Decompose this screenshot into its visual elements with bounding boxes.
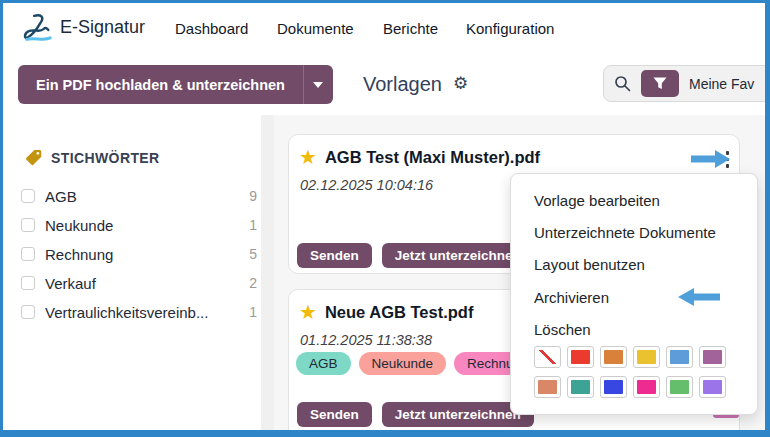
sidebar-item-label: Rechnung: [45, 246, 243, 263]
color-swatch-row-2: [534, 376, 726, 398]
swatch-salmon[interactable]: [534, 376, 561, 398]
template-title[interactable]: AGB Test (Maxi Muster).pdf: [325, 148, 540, 167]
color-swatch-row-1: [534, 346, 726, 368]
top-navbar: E-Signatur Dashboard Dokumente Berichte …: [3, 3, 765, 55]
favorite-star-icon[interactable]: ★: [299, 147, 317, 167]
template-date: 01.12.2025 11:38:38: [300, 332, 432, 348]
filter-facet-chip[interactable]: [641, 70, 679, 97]
menu-item-unterzeichnete-dokumente[interactable]: Unterzeichnete Dokumente: [534, 224, 716, 241]
app-title: E-Signatur: [60, 17, 145, 38]
annotation-arrow-right-icon: [691, 150, 731, 168]
swatch-yellow[interactable]: [633, 346, 660, 368]
sidebar-item-rechnung[interactable]: Rechnung 5: [21, 243, 257, 265]
swatch-violet[interactable]: [699, 376, 726, 398]
swatch-blue[interactable]: [666, 346, 693, 368]
swatch-red[interactable]: [567, 346, 594, 368]
upload-sign-split-button: Ein PDF hochladen & unterzeichnen: [18, 65, 333, 104]
upload-sign-button[interactable]: Ein PDF hochladen & unterzeichnen: [18, 65, 303, 104]
gear-icon[interactable]: ⚙: [453, 73, 468, 94]
sidebar-item-label: Verkauf: [45, 275, 243, 292]
menu-item-vorlage-bearbeiten[interactable]: Vorlage bearbeiten: [534, 192, 660, 209]
app-window: E-Signatur Dashboard Dokumente Berichte …: [0, 0, 770, 437]
swatch-green[interactable]: [666, 376, 693, 398]
sidebar-item-verkauf[interactable]: Verkauf 2: [21, 272, 257, 294]
signature-logo-icon: [20, 13, 54, 45]
sidebar-item-label: Vertraulichkeitsvereinb...: [45, 304, 243, 321]
nav-item-konfiguration[interactable]: Konfiguration: [466, 20, 554, 37]
template-date: 02.12.2025 10:04:16: [300, 177, 433, 193]
sidebar-heading-label: STICHWÖRTER: [51, 150, 160, 166]
swatch-teal[interactable]: [567, 376, 594, 398]
menu-item-layout-benutzen[interactable]: Layout benutzen: [534, 256, 645, 273]
sidebar-item-label: Neukunde: [45, 217, 243, 234]
sidebar-heading: STICHWÖRTER: [25, 149, 160, 166]
send-button[interactable]: Senden: [297, 402, 372, 427]
checkbox[interactable]: [21, 276, 35, 290]
search-facet-label: Meine Fav: [689, 76, 754, 92]
checkbox[interactable]: [21, 189, 35, 203]
sidebar-item-vertraulichkeit[interactable]: Vertraulichkeitsvereinb... 1: [21, 301, 257, 323]
sidebar-scrollbar[interactable]: [261, 115, 274, 430]
swatch-no-color[interactable]: [534, 346, 561, 368]
sidebar-item-count: 9: [249, 188, 257, 204]
sidebar-item-count: 2: [249, 275, 257, 291]
swatch-mauve[interactable]: [699, 346, 726, 368]
menu-item-archivieren[interactable]: Archivieren: [534, 289, 609, 306]
sidebar-item-label: AGB: [45, 188, 243, 205]
nav-item-dashboard[interactable]: Dashboard: [175, 20, 248, 37]
filter-funnel-icon: [653, 77, 667, 90]
sidebar-item-count: 1: [249, 304, 257, 320]
tag-icon: [25, 149, 42, 166]
template-title[interactable]: Neue AGB Test.pdf: [325, 303, 474, 322]
favorite-star-icon[interactable]: ★: [299, 302, 317, 322]
checkbox[interactable]: [21, 247, 35, 261]
sidebar-item-agb[interactable]: AGB 9: [21, 185, 257, 207]
upload-sign-dropdown-toggle[interactable]: [303, 65, 333, 104]
nav-item-dokumente[interactable]: Dokumente: [277, 20, 354, 37]
sidebar-item-count: 5: [249, 246, 257, 262]
tag-row: AGB Neukunde Rechnung: [296, 352, 542, 375]
checkbox[interactable]: [21, 218, 35, 232]
checkbox[interactable]: [21, 305, 35, 319]
page-title: Vorlagen: [363, 73, 442, 96]
sidebar-item-count: 1: [249, 217, 257, 233]
sidebar-item-neukunde[interactable]: Neukunde 1: [21, 214, 257, 236]
swatch-royal-blue[interactable]: [600, 376, 627, 398]
menu-item-loeschen[interactable]: Löschen: [534, 321, 591, 338]
chevron-down-icon: [313, 82, 323, 88]
tag-neukunde[interactable]: Neukunde: [359, 352, 447, 375]
tag-agb[interactable]: AGB: [296, 352, 351, 375]
nav-item-berichte[interactable]: Berichte: [383, 20, 438, 37]
swatch-orange[interactable]: [600, 346, 627, 368]
search-icon: [614, 75, 631, 92]
swatch-magenta[interactable]: [633, 376, 660, 398]
annotation-arrow-left-icon: [678, 288, 720, 306]
search-input[interactable]: Meine Fav: [603, 65, 770, 102]
send-button[interactable]: Senden: [297, 243, 372, 268]
card-context-menu: Vorlage bearbeiten Unterzeichnete Dokume…: [510, 173, 758, 415]
